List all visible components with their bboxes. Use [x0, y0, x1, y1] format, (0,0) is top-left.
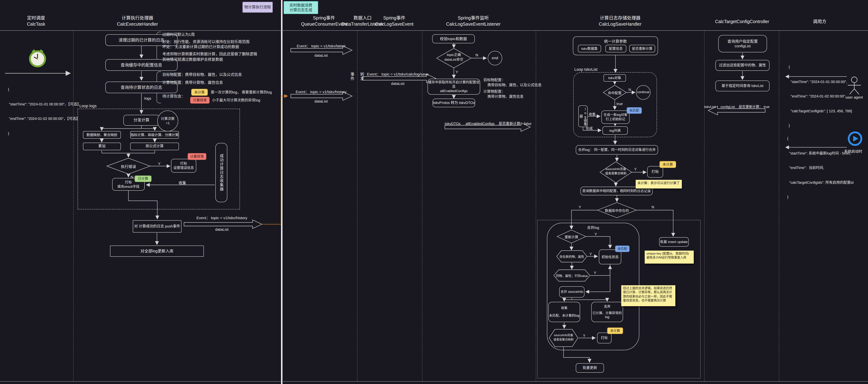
badge-label: 计算异常 — [193, 98, 207, 102]
calctask-request-json: { "startTime": "2024-01-01 00:00:00"，【可选… — [8, 77, 81, 146]
badge-unmatched: 未匹配 — [615, 245, 629, 252]
step-label: 初始化状态 — [601, 255, 619, 259]
step-label: 已计算、计算异常的log — [592, 311, 623, 319]
param-config-info: 配置信息 — [606, 45, 626, 52]
diamond-line: 或者是聚合映射 — [600, 172, 632, 176]
step-label: 未匹配、未计算的log — [549, 314, 579, 318]
json-line: "calcTargetConfigIds": [ 123, 456, 789] — [788, 109, 852, 113]
step-label: configList — [735, 44, 751, 49]
user-agent-label: user agent — [843, 95, 865, 99]
step-batch-update: 批量更新 — [576, 363, 604, 373]
edge-label-y: Y — [589, 252, 592, 256]
step-label: 校验topic和数据 — [440, 36, 467, 41]
step-label: 分发计算 — [133, 118, 149, 123]
lane-header-caller: 调用方 — [787, 19, 852, 25]
json-line: "startTime": "2024-01-01 00:00:00", — [788, 79, 852, 84]
lane-title-cn: 计算执行处理器 — [96, 15, 179, 21]
json-line: { — [8, 87, 81, 92]
badge-calc-error: 计算异常 — [190, 97, 210, 104]
badge-label: 未匹配 — [629, 109, 639, 112]
step-generate-log: 生成一条log对象 打上初始标记 — [601, 111, 629, 124]
sticky-text: 未计算：表示可以进行计算了 — [638, 181, 680, 185]
step-label: 打标 — [125, 180, 132, 184]
edge-label-y: Y — [158, 161, 160, 166]
edge-label-collect: 收集 — [589, 112, 596, 117]
lane-title-cn: Spring事件 — [362, 15, 427, 21]
lane-title-en: CalcLogSaveEventListener — [441, 21, 506, 27]
system-start-label: 系统启动时 — [844, 148, 862, 154]
badge-calc-error: 计算异常 — [188, 153, 206, 160]
step-push-success-logs: 对 计算成功的日志 push事件 — [133, 220, 182, 233]
diamond-line: topic正确 — [438, 53, 470, 57]
event-history2-label: Event： topic = v1/tskv/history — [285, 89, 357, 94]
step-label: 清理过期的已计算的日志 — [119, 37, 164, 43]
edge-label-true: true — [617, 102, 623, 106]
rule-bottom — [0, 381, 868, 382]
step-query-by-time: 基于指定时间查询 tskvList — [715, 81, 770, 91]
step-tskv-object: tskv对象 — [603, 75, 626, 82]
shape-label: 成功计算日志收集器 — [219, 154, 224, 191]
note-line: 目标物配置：携带目标物、属性，以及公式信息 — [162, 72, 242, 77]
note-line: 携带目标物、属性，以及公式信息 — [484, 83, 541, 88]
step-formula-calc: 按公式计算 — [130, 143, 179, 150]
sticky-line: unique key (配置id， 数据时间) — [647, 252, 692, 256]
step-label: 查询待计算状态的日志 — [121, 85, 162, 90]
param-label: 是否重新计算 — [632, 47, 652, 51]
badge-label: 未计算 — [610, 329, 620, 332]
note-line: 过期时间默认为1周 — [162, 32, 257, 37]
edge-label-y: Y — [594, 232, 597, 236]
edge-label-logs: logs — [144, 96, 151, 100]
lane-header-savehandler: 计算日志存储处理器 CalcLogSaveHandler — [588, 15, 653, 27]
note-pending-contains: 待计算包含： — [162, 93, 185, 99]
param-label: tskv数据集 — [581, 47, 598, 51]
event-history-payload: dataList — [182, 227, 261, 232]
edge-label-form: 形成 — [586, 126, 593, 131]
step-label: 查询缓存中的配置信息 — [121, 62, 162, 68]
play-triangle — [853, 136, 858, 142]
lane-header-savelogevent: Spring事件 CalcLogSaveEvent — [362, 15, 427, 27]
frame-merge-log-title: 合并log — [547, 225, 639, 230]
shape-label: log收集器 — [579, 106, 587, 127]
step-get-enabled-configs: 缓存中获取所有开启计算的配置信息 allEnabledConfigs — [428, 79, 480, 95]
diamond-exec-error-label: 执行错误 — [114, 164, 143, 169]
badge-not-calculated: 未计算 — [607, 327, 623, 334]
shape-label: continue — [637, 90, 649, 95]
step-label: 指标计算、高级计算、分摊计算 — [131, 133, 179, 137]
edge-label-collect: 收集 — [179, 180, 186, 185]
diamond-topic-ok-label: topic正确 dataList非空 — [438, 53, 470, 62]
event-latest-label: Event： topic = v1/tskv/latest — [285, 43, 357, 49]
hex-line: 或者是聚合映射 — [550, 337, 577, 342]
step-label: 查询用户指定配置 — [727, 39, 758, 44]
step-label: 过滤出这些配置中的物、属性 — [719, 63, 766, 68]
lane-header-calctask: 定时调度 CalcTask — [4, 15, 68, 27]
step-save-all-logs: 对全部log更新入库 — [110, 245, 204, 257]
badge-calculated: 已计算 — [134, 176, 152, 182]
shape-same-attr-label: 同物、属性；不同value — [555, 273, 589, 278]
diamond-line: dataList非空 — [438, 57, 470, 62]
diamond-db-exists-label: 数据库中存在的 — [599, 208, 635, 213]
json-line: "startTime": "2024-01-01 00:00:00"，【可选】 — [8, 101, 81, 107]
json-line: "endTime": 当前时间, — [787, 166, 854, 170]
shape-calc-count: 计算次数 +1 — [157, 111, 178, 131]
unified-params-title: 统一计算参数 — [573, 38, 658, 44]
edge-label-y: Y — [456, 70, 458, 74]
lane-title-cn: 计算日志存储处理器 — [588, 15, 653, 21]
legend-physical-flow: 物计算执行流程 — [242, 2, 273, 12]
step-label: 数据映射、聚合映射 — [86, 133, 117, 137]
badge-label: 已计算 — [138, 177, 148, 180]
note-line: 其他情况就通过数据维护去修复数据 — [162, 57, 257, 62]
shape-success-log-collector: 成功计算日志收集器 — [215, 143, 227, 202]
hex-sourceinfo-label: sourceInfo完备 或者是聚合映射 — [550, 333, 577, 342]
step-label: 丢弃 — [604, 305, 611, 309]
header-rule-top — [0, 30, 868, 31]
step-accumulate: 累加 — [83, 143, 121, 150]
step-discard-logs: 丢弃 已计算、计算异常的log — [591, 302, 623, 322]
edge-label-n: N — [628, 88, 631, 92]
shape-label: end — [492, 56, 498, 60]
sticky-line: 算的结果也必与之前一样，因此不需 — [623, 295, 674, 299]
step-label: 合并 sourceInfo — [560, 290, 583, 294]
step-label: 打标 — [601, 336, 608, 340]
step-data-mapping: 数据映射、聚合映射 — [83, 131, 121, 139]
sticky-line: 是已计算、计算异常，那么其再次计 — [623, 291, 674, 295]
step-label: tskv对象 — [608, 76, 621, 80]
